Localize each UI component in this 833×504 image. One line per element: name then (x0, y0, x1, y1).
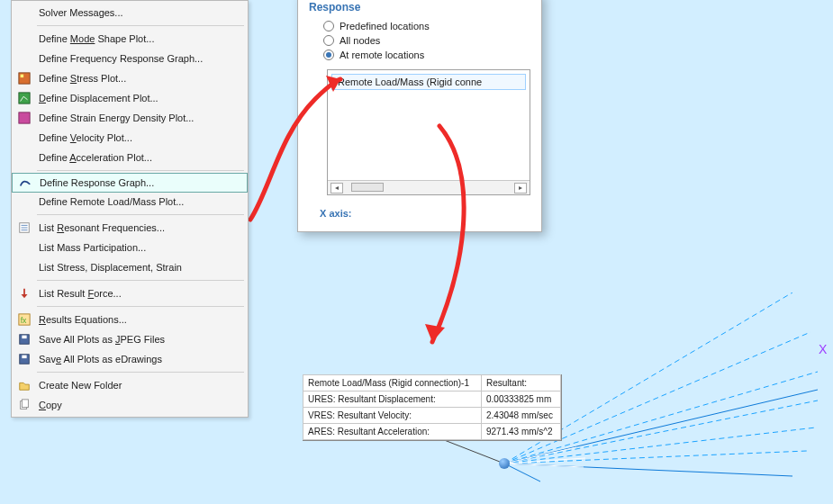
menu-item-saveedraw[interactable]: Save All Plots as eDrawings (12, 349, 248, 369)
panel-title: Response (309, 1, 530, 14)
option-label: Predefined locations (340, 21, 430, 32)
copy-icon (15, 398, 33, 412)
disp-icon (15, 91, 33, 105)
menu-item-label: Results Equations... (39, 314, 127, 325)
menu-item-velocity[interactable]: Define Velocity Plot... (12, 128, 248, 148)
stress-icon (15, 71, 33, 86)
save-icon (15, 332, 33, 346)
blank-icon (15, 51, 33, 66)
menu-item-label: Define Response Graph... (40, 177, 154, 188)
remote-locations-listbox[interactable]: Remote Load/Mass (Rigid conne ◂ ▸ (327, 69, 530, 195)
results-row-value: 9271.43 mm/s^2 (481, 423, 561, 440)
menu-item-label: Define Acceleration Plot... (39, 152, 152, 163)
save-icon (15, 352, 33, 366)
menu-item-label: List Stress, Displacement, Strain (39, 262, 182, 273)
menu-item-solver[interactable]: Solver Messages... (12, 3, 248, 22)
menu-item-label: Define Strain Energy Density Plot... (39, 112, 194, 123)
menu-item-label: Create New Folder (39, 380, 122, 391)
scroll-track[interactable] (346, 183, 512, 194)
scroll-thumb[interactable] (351, 183, 384, 192)
menu-item-copy[interactable]: Copy (12, 395, 248, 415)
menu-item-label: Solver Messages... (39, 7, 123, 18)
option-all-nodes[interactable]: All nodes (323, 35, 530, 46)
menu-item-label: Define Displacement Plot... (39, 93, 158, 104)
svg-line-25 (504, 464, 540, 482)
blank-icon (15, 194, 33, 209)
option-predefined-locations[interactable]: Predefined locations (323, 21, 530, 32)
menu-item-resulteq[interactable]: fxResults Equations... (12, 310, 248, 329)
menu-item-freq-resp[interactable]: Define Frequency Response Graph... (12, 49, 248, 68)
eq-icon: fx (15, 312, 33, 327)
menu-item-label: Define Mode Shape Plot... (39, 33, 154, 44)
menu-item-label: Save All Plots as eDrawings (39, 354, 162, 364)
option-at-remote-locations[interactable]: At remote locations (323, 50, 530, 60)
x-axis-section-label: X axis: (320, 208, 530, 219)
menu-item-mode-shape[interactable]: Define Mode Shape Plot... (12, 29, 248, 49)
force-icon (15, 286, 33, 301)
menu-item-resonant[interactable]: List Resonant Frequencies... (12, 218, 248, 238)
svg-line-28 (504, 464, 584, 467)
strain-icon (15, 111, 33, 125)
radio-icon (323, 21, 334, 32)
results-row-value: 2.43048 mm/sec (481, 407, 561, 424)
menu-item-label: List Resonant Frequencies... (39, 222, 165, 233)
menu-item-listsds[interactable]: List Stress, Displacement, Strain (12, 257, 248, 277)
menu-separator (37, 280, 244, 281)
context-menu: Solver Messages...Define Mode Shape Plot… (11, 0, 249, 418)
option-label: At remote locations (340, 50, 424, 60)
option-label: All nodes (340, 35, 380, 46)
menu-item-label: Copy (39, 400, 62, 410)
point-marker-icon (499, 458, 510, 469)
response-panel: Response Predefined locations All nodes … (297, 0, 542, 232)
svg-marker-8 (22, 294, 28, 298)
svg-rect-3 (19, 112, 30, 123)
results-row-label: URES: Resultant Displacement: (303, 391, 482, 408)
list-item[interactable]: Remote Load/Mass (Rigid conne (331, 74, 526, 90)
radio-icon (323, 50, 334, 60)
menu-item-remote-load[interactable]: Define Remote Load/Mass Plot... (12, 192, 248, 212)
svg-rect-2 (19, 93, 30, 104)
menu-item-disp[interactable]: Define Displacement Plot... (12, 88, 248, 108)
svg-rect-1 (21, 75, 24, 78)
results-row-label: VRES: Resultant Velocity: (303, 407, 482, 424)
svg-text:fx: fx (21, 316, 27, 325)
svg-rect-12 (22, 336, 26, 339)
menu-item-newfolder[interactable]: Create New Folder (12, 375, 248, 395)
menu-separator (37, 170, 244, 171)
blank-icon (15, 150, 33, 165)
menu-item-resp-graph[interactable]: Define Response Graph... (12, 173, 248, 193)
menu-item-savejpeg[interactable]: Save All Plots as JPEG Files (12, 329, 248, 349)
svg-rect-16 (22, 400, 28, 408)
menu-separator (37, 25, 244, 26)
blank-icon (15, 260, 33, 274)
results-header-left: Remote Load/Mass (Rigid connection)-1 (303, 374, 482, 392)
menu-item-label: List Result Force... (39, 288, 122, 299)
radio-icon (323, 35, 334, 46)
axis-x-label: X (819, 342, 827, 356)
menu-separator (37, 214, 244, 215)
scroll-left-button[interactable]: ◂ (330, 183, 343, 194)
blank-icon (15, 32, 33, 46)
menu-separator (37, 372, 244, 373)
scroll-right-button[interactable]: ▸ (514, 183, 527, 194)
blank-icon (15, 240, 33, 255)
results-row-label: ARES: Resultant Acceleration: (303, 423, 482, 440)
menu-item-label: Define Remote Load/Mass Plot... (39, 196, 184, 207)
results-tooltip: Remote Load/Mass (Rigid connection)-1 Re… (303, 374, 562, 441)
results-header-right: Resultant: (481, 374, 561, 392)
menu-item-label: Define Frequency Response Graph... (39, 53, 203, 64)
menu-item-resultforce[interactable]: List Result Force... (12, 284, 248, 303)
results-row-value: 0.00333825 mm (481, 391, 561, 408)
menu-item-label: List Mass Participation... (39, 242, 146, 253)
menu-item-label: Define Velocity Plot... (39, 132, 132, 143)
horizontal-scrollbar[interactable]: ◂ ▸ (328, 180, 530, 194)
menu-item-accel[interactable]: Define Acceleration Plot... (12, 148, 248, 167)
menu-item-label: Save All Plots as JPEG Files (39, 334, 165, 345)
menu-item-strain[interactable]: Define Strain Energy Density Plot... (12, 108, 248, 128)
menu-item-stress[interactable]: Define Stress Plot... (12, 68, 248, 88)
menu-item-label: Define Stress Plot... (39, 73, 126, 84)
blank-icon (15, 5, 33, 20)
svg-rect-14 (22, 356, 26, 359)
blank-icon (15, 130, 33, 145)
menu-item-massp[interactable]: List Mass Participation... (12, 238, 248, 257)
